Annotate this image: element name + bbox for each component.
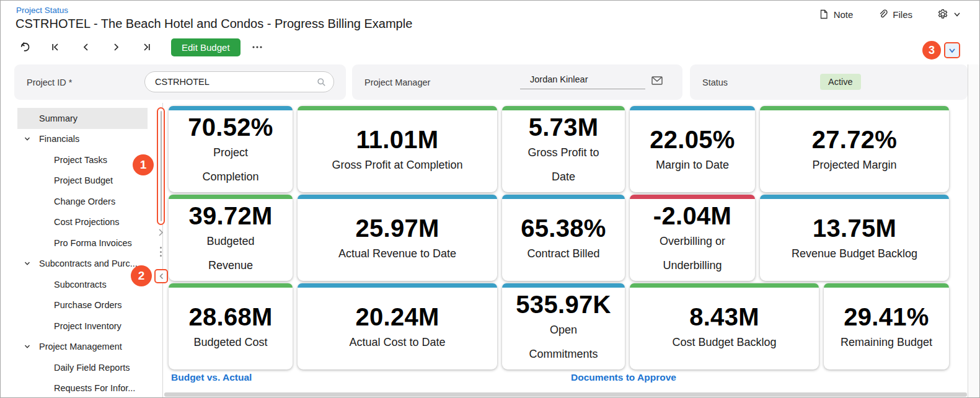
undo-icon[interactable] — [19, 42, 30, 53]
tile-color-bar — [298, 283, 497, 288]
sidebar-item[interactable]: Project Budget — [17, 170, 148, 192]
tile-color-bar — [298, 195, 497, 199]
sidebar-item[interactable]: Requests For Infor... — [17, 378, 148, 398]
tile-value: 11.01M — [356, 126, 438, 153]
kpi-tile[interactable]: 20.24M Actual Cost to Date — [298, 283, 497, 369]
budget-vs-actual-link[interactable]: Budget vs. Actual — [171, 372, 252, 383]
project-status-screen: Project Status CSTRHOTEL - The Beach Hot… — [0, 0, 980, 398]
settings-button[interactable] — [937, 9, 961, 20]
lookup-icon[interactable] — [317, 77, 326, 87]
tiles-grid: 70.52% Project Completion 11.01M Gross P… — [169, 106, 949, 372]
tile-label: Budgeted Cost — [193, 330, 267, 355]
sidebar-item[interactable]: Pro Forma Invoices — [17, 232, 148, 254]
edit-budget-button[interactable]: Edit Budget — [171, 38, 241, 56]
kpi-tile[interactable]: 70.52% Project Completion — [169, 106, 293, 192]
sidebar-item[interactable]: Cost Projections — [17, 212, 148, 233]
tile-value: 65.38% — [521, 214, 606, 242]
sidebar-item-label: Cost Projections — [54, 217, 120, 227]
horizontal-scrollbar[interactable] — [164, 392, 967, 397]
breadcrumb[interactable]: Project Status — [16, 6, 68, 15]
sidebar-item-label: Subcontracts and Purc... — [39, 259, 138, 268]
files-label: Files — [893, 9, 912, 20]
sidebar-item[interactable]: Subcontracts — [17, 274, 148, 295]
tile-color-bar — [824, 283, 949, 288]
tile-value: 13.75M — [813, 214, 896, 242]
tile-value: 5.73M — [529, 113, 599, 141]
tile-label: Project Completion — [202, 141, 258, 188]
project-manager-panel: Project Manager Jordan Kinlear — [352, 64, 682, 100]
splitter-expand-icon[interactable] — [157, 228, 164, 237]
vertical-scrollbar-track[interactable] — [968, 64, 980, 397]
email-icon[interactable] — [651, 76, 663, 85]
sidebar-collapse-button[interactable] — [154, 269, 168, 283]
sidebar-item[interactable]: Project Tasks — [17, 149, 148, 170]
tile-value: 535.97K — [516, 291, 611, 318]
first-record-icon[interactable] — [50, 42, 61, 53]
tile-color-bar — [298, 106, 497, 110]
project-id-panel: Project ID * CSTRHOTEL — [14, 64, 346, 100]
sidebar-item-label: Financials — [39, 134, 79, 144]
sidebar-item-label: Requests For Infor... — [54, 383, 135, 393]
sidebar-item[interactable]: Daily Field Reports — [17, 357, 148, 378]
tile-label: Overbilling or Underbilling — [660, 229, 725, 277]
tile-value: 39.72M — [188, 202, 272, 229]
tile-color-bar — [760, 106, 949, 110]
project-manager-field[interactable]: Jordan Kinlear — [520, 72, 645, 89]
record-toolbar: Edit Budget — [19, 38, 282, 56]
splitter-handle-icon[interactable] — [160, 247, 162, 257]
sidebar-nav: Summary Financials Project Tasks Project… — [1, 103, 163, 398]
project-manager-label: Project Manager — [364, 77, 430, 87]
more-actions-icon[interactable] — [252, 42, 263, 53]
project-id-value: CSTRHOTEL — [155, 77, 210, 87]
collapse-header-button[interactable] — [944, 42, 960, 58]
paperclip-icon — [878, 9, 888, 19]
tile-label: Actual Revenue to Date — [338, 242, 456, 266]
kpi-tile[interactable]: 11.01M Gross Profit at Completion — [298, 106, 497, 192]
sidebar-item[interactable]: Change Orders — [17, 191, 148, 212]
last-record-icon[interactable] — [141, 42, 152, 53]
next-record-icon[interactable] — [110, 42, 121, 53]
kpi-tile[interactable]: 29.41% Remaining Budget — [824, 283, 949, 369]
kpi-tile[interactable]: 535.97K Open Commitments — [502, 283, 625, 369]
previous-record-icon[interactable] — [80, 42, 91, 53]
sidebar-item[interactable]: Subcontracts and Purc... — [17, 254, 148, 275]
scrollbar-thumb[interactable] — [161, 111, 162, 221]
caret-down-icon[interactable] — [24, 261, 30, 267]
status-label: Status — [702, 77, 728, 87]
sidebar-item[interactable]: Project Management — [17, 337, 148, 358]
kpi-tile[interactable]: 39.72M Budgeted Revenue — [169, 195, 293, 281]
tile-value: 70.52% — [188, 113, 273, 141]
files-button[interactable]: Files — [878, 9, 912, 20]
kpi-tile[interactable]: 5.73M Gross Profit to Date — [502, 106, 625, 192]
kpi-tile[interactable]: 25.97M Actual Revenue to Date — [298, 195, 497, 281]
kpi-tile[interactable]: 13.75M Revenue Budget Backlog — [760, 195, 949, 281]
kpi-tile[interactable]: 28.68M Budgeted Cost — [169, 283, 293, 369]
project-id-label: Project ID * — [27, 77, 72, 87]
project-id-input[interactable]: CSTRHOTEL — [144, 71, 334, 92]
sidebar-item[interactable]: Project Inventory — [17, 316, 148, 337]
kpi-tile[interactable]: 8.43M Cost Budget Backlog — [630, 283, 819, 369]
chevron-down-icon — [948, 47, 956, 54]
sidebar-item[interactable]: Purchase Orders — [17, 295, 148, 316]
tile-label: Cost Budget Backlog — [672, 330, 776, 355]
tile-label: Revenue Budget Backlog — [792, 242, 917, 266]
sidebar-item-label: Pro Forma Invoices — [54, 238, 132, 248]
tile-color-bar — [169, 283, 293, 288]
sidebar-item[interactable]: Summary — [17, 108, 148, 129]
note-button[interactable]: Note — [819, 9, 854, 20]
kpi-tile[interactable]: 22.05% Margin to Date — [630, 106, 755, 192]
kpi-tile[interactable]: -2.04M Overbilling or Underbilling — [630, 195, 755, 281]
kpi-tile[interactable]: 27.72% Projected Margin — [760, 106, 949, 192]
tile-label: Open Commitments — [529, 318, 598, 366]
annotation-1: 1 — [133, 154, 154, 175]
tile-value: 20.24M — [355, 303, 439, 330]
documents-to-approve-link[interactable]: Documents to Approve — [571, 372, 676, 383]
kpi-tile[interactable]: 65.38% Contract Billed — [502, 195, 625, 281]
sidebar-item[interactable]: Financials — [17, 129, 148, 150]
annotation-3: 3 — [922, 41, 941, 60]
note-label: Note — [834, 9, 854, 20]
caret-down-icon[interactable] — [24, 344, 30, 350]
sidebar-scrollbar[interactable] — [157, 107, 165, 225]
annotation-2: 2 — [131, 265, 152, 286]
caret-down-icon[interactable] — [24, 136, 30, 142]
